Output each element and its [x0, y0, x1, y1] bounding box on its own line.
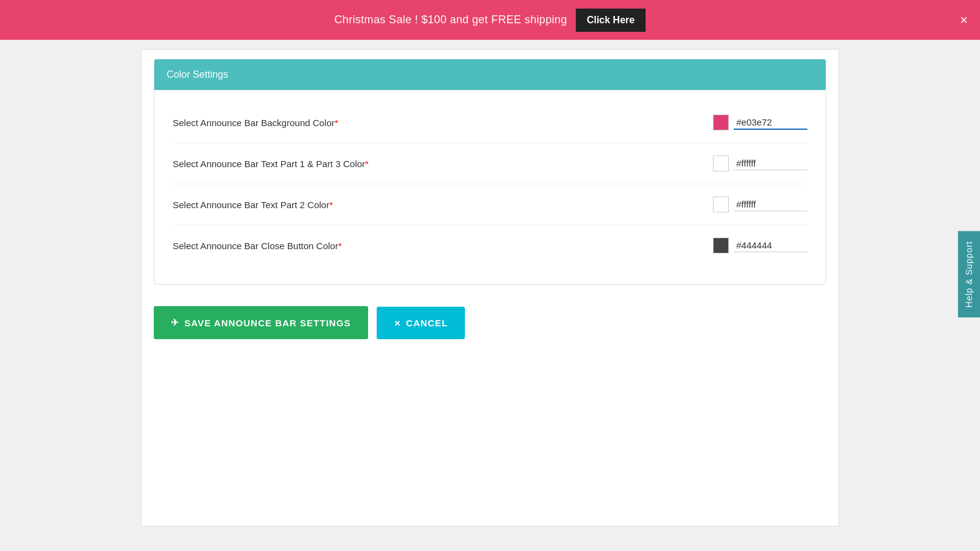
color-settings-body: Select Announce Bar Background Color* Se… — [154, 90, 826, 284]
color-label-text-part2: Select Announce Bar Text Part 2 Color* — [173, 200, 713, 210]
color-label-background: Select Announce Bar Background Color* — [173, 118, 713, 128]
help-support-sidebar[interactable]: Help & Support — [958, 231, 980, 320]
required-star-1: * — [365, 159, 369, 169]
color-text-input-2[interactable] — [734, 198, 807, 211]
announcement-text: Christmas Sale ! $100 and get FREE shipp… — [334, 13, 567, 26]
main-content: Color Settings Select Announce Bar Backg… — [0, 40, 980, 551]
color-text-input-0[interactable] — [734, 116, 807, 130]
save-button[interactable]: SAVE ANNOUNCE BAR SETTINGS — [154, 306, 368, 339]
buttons-row: SAVE ANNOUNCE BAR SETTINGS CANCEL — [154, 306, 826, 339]
announcement-bar: Christmas Sale ! $100 and get FREE shipp… — [0, 0, 980, 40]
color-row-close-button: Select Announce Bar Close Button Color* — [173, 225, 807, 266]
color-row-text-part2: Select Announce Bar Text Part 2 Color* — [173, 184, 807, 225]
color-settings-card: Color Settings Select Announce Bar Backg… — [154, 59, 826, 285]
color-swatch-2[interactable] — [713, 197, 729, 212]
save-button-label: SAVE ANNOUNCE BAR SETTINGS — [184, 318, 351, 328]
color-input-group-3 — [713, 238, 807, 253]
page-container: Color Settings Select Announce Bar Backg… — [141, 49, 839, 527]
color-row-background: Select Announce Bar Background Color* — [173, 102, 807, 143]
color-input-group-1 — [713, 156, 807, 171]
color-settings-header: Color Settings — [154, 59, 826, 90]
cancel-button-label: CANCEL — [406, 318, 448, 328]
announcement-cta-button[interactable]: Click Here — [576, 9, 646, 32]
color-text-input-3[interactable] — [734, 239, 807, 252]
color-input-group-2 — [713, 197, 807, 212]
color-label-close-button: Select Announce Bar Close Button Color* — [173, 241, 713, 251]
required-star-2: * — [330, 200, 333, 210]
color-swatch-3[interactable] — [713, 238, 729, 253]
color-swatch-1[interactable] — [713, 156, 729, 171]
announcement-close-button[interactable]: × — [960, 13, 968, 27]
color-swatch-0[interactable] — [713, 114, 729, 130]
color-text-input-1[interactable] — [734, 157, 807, 170]
help-support-button[interactable]: Help & Support — [958, 231, 980, 318]
required-star-3: * — [338, 241, 342, 251]
send-icon — [171, 317, 179, 328]
cancel-button[interactable]: CANCEL — [377, 307, 466, 339]
times-icon — [394, 318, 401, 328]
required-star-0: * — [334, 118, 338, 128]
color-label-text-part1-3: Select Announce Bar Text Part 1 & Part 3… — [173, 159, 713, 169]
color-input-group-0 — [713, 114, 807, 130]
color-settings-title: Color Settings — [167, 69, 228, 80]
color-row-text-part1-3: Select Announce Bar Text Part 1 & Part 3… — [173, 143, 807, 184]
